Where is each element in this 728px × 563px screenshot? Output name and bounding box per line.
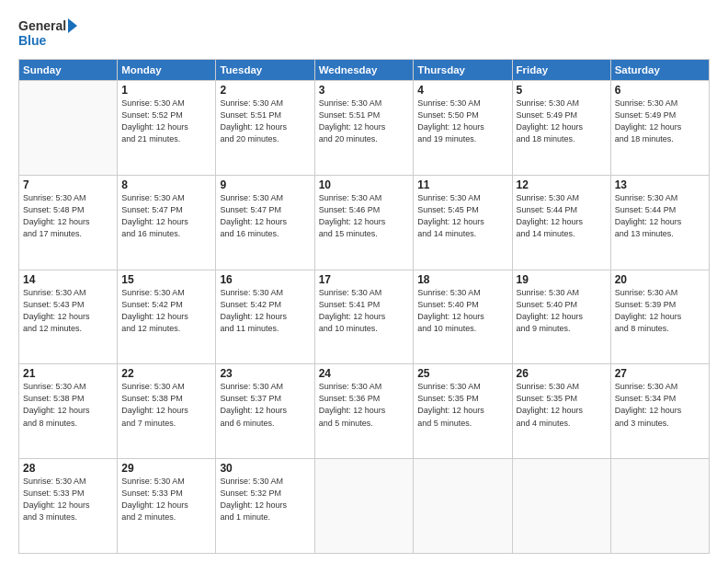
day-number: 20 bbox=[615, 273, 705, 286]
calendar-cell bbox=[414, 459, 512, 554]
calendar-cell: 23Sunrise: 5:30 AM Sunset: 5:37 PM Dayli… bbox=[216, 364, 314, 459]
calendar-week-3: 14Sunrise: 5:30 AM Sunset: 5:43 PM Dayli… bbox=[19, 270, 710, 364]
day-info: Sunrise: 5:30 AM Sunset: 5:41 PM Dayligh… bbox=[319, 287, 410, 335]
day-number: 8 bbox=[121, 178, 211, 191]
day-info: Sunrise: 5:30 AM Sunset: 5:35 PM Dayligh… bbox=[517, 381, 607, 429]
day-number: 1 bbox=[121, 84, 211, 97]
day-number: 5 bbox=[517, 84, 607, 97]
day-info: Sunrise: 5:30 AM Sunset: 5:33 PM Dayligh… bbox=[23, 476, 113, 523]
day-info: Sunrise: 5:30 AM Sunset: 5:49 PM Dayligh… bbox=[517, 98, 607, 145]
calendar-cell: 1Sunrise: 5:30 AM Sunset: 5:52 PM Daylig… bbox=[118, 81, 216, 176]
calendar-header-row: SundayMondayTuesdayWednesdayThursdayFrid… bbox=[19, 60, 710, 81]
day-info: Sunrise: 5:30 AM Sunset: 5:38 PM Dayligh… bbox=[23, 381, 113, 429]
calendar-week-2: 7Sunrise: 5:30 AM Sunset: 5:48 PM Daylig… bbox=[19, 175, 710, 270]
day-info: Sunrise: 5:30 AM Sunset: 5:38 PM Dayligh… bbox=[121, 381, 211, 429]
calendar-cell: 12Sunrise: 5:30 AM Sunset: 5:44 PM Dayli… bbox=[512, 175, 610, 270]
calendar-cell: 17Sunrise: 5:30 AM Sunset: 5:41 PM Dayli… bbox=[314, 270, 414, 364]
day-info: Sunrise: 5:30 AM Sunset: 5:34 PM Dayligh… bbox=[615, 381, 705, 429]
calendar-cell: 2Sunrise: 5:30 AM Sunset: 5:51 PM Daylig… bbox=[216, 81, 314, 176]
calendar-cell: 27Sunrise: 5:30 AM Sunset: 5:34 PM Dayli… bbox=[610, 364, 709, 459]
header-day-saturday: Saturday bbox=[610, 60, 709, 81]
day-info: Sunrise: 5:30 AM Sunset: 5:40 PM Dayligh… bbox=[517, 287, 607, 335]
header-day-thursday: Thursday bbox=[414, 60, 512, 81]
calendar-cell: 14Sunrise: 5:30 AM Sunset: 5:43 PM Dayli… bbox=[19, 270, 118, 364]
day-number: 27 bbox=[615, 367, 705, 380]
header-day-sunday: Sunday bbox=[19, 60, 118, 81]
calendar-cell: 19Sunrise: 5:30 AM Sunset: 5:40 PM Dayli… bbox=[512, 270, 610, 364]
calendar-table: SundayMondayTuesdayWednesdayThursdayFrid… bbox=[18, 59, 710, 554]
calendar-week-5: 28Sunrise: 5:30 AM Sunset: 5:33 PM Dayli… bbox=[19, 459, 710, 554]
calendar-cell: 5Sunrise: 5:30 AM Sunset: 5:49 PM Daylig… bbox=[512, 81, 610, 176]
day-number: 30 bbox=[220, 462, 310, 475]
day-info: Sunrise: 5:30 AM Sunset: 5:51 PM Dayligh… bbox=[220, 98, 310, 145]
day-number: 23 bbox=[220, 367, 310, 380]
day-info: Sunrise: 5:30 AM Sunset: 5:47 PM Dayligh… bbox=[220, 192, 310, 240]
calendar-cell: 30Sunrise: 5:30 AM Sunset: 5:32 PM Dayli… bbox=[216, 459, 314, 554]
day-number: 26 bbox=[517, 367, 607, 380]
day-number: 11 bbox=[417, 178, 507, 191]
calendar-cell bbox=[19, 81, 118, 176]
day-number: 3 bbox=[319, 84, 410, 97]
day-number: 18 bbox=[417, 273, 507, 286]
calendar-cell: 22Sunrise: 5:30 AM Sunset: 5:38 PM Dayli… bbox=[118, 364, 216, 459]
day-info: Sunrise: 5:30 AM Sunset: 5:36 PM Dayligh… bbox=[319, 381, 410, 429]
calendar-cell bbox=[314, 459, 414, 554]
calendar-cell: 10Sunrise: 5:30 AM Sunset: 5:46 PM Dayli… bbox=[314, 175, 414, 270]
day-number: 25 bbox=[417, 367, 507, 380]
day-info: Sunrise: 5:30 AM Sunset: 5:35 PM Dayligh… bbox=[417, 381, 507, 429]
calendar-cell: 20Sunrise: 5:30 AM Sunset: 5:39 PM Dayli… bbox=[610, 270, 709, 364]
day-info: Sunrise: 5:30 AM Sunset: 5:49 PM Dayligh… bbox=[615, 98, 705, 145]
header-day-tuesday: Tuesday bbox=[216, 60, 314, 81]
calendar-cell: 18Sunrise: 5:30 AM Sunset: 5:40 PM Dayli… bbox=[414, 270, 512, 364]
day-info: Sunrise: 5:30 AM Sunset: 5:44 PM Dayligh… bbox=[615, 192, 705, 240]
calendar-cell: 24Sunrise: 5:30 AM Sunset: 5:36 PM Dayli… bbox=[314, 364, 414, 459]
day-info: Sunrise: 5:30 AM Sunset: 5:48 PM Dayligh… bbox=[23, 192, 113, 240]
day-info: Sunrise: 5:30 AM Sunset: 5:42 PM Dayligh… bbox=[121, 287, 211, 335]
day-number: 13 bbox=[615, 178, 705, 191]
day-number: 12 bbox=[517, 178, 607, 191]
day-number: 10 bbox=[319, 178, 410, 191]
day-info: Sunrise: 5:30 AM Sunset: 5:51 PM Dayligh… bbox=[319, 98, 410, 145]
day-info: Sunrise: 5:30 AM Sunset: 5:43 PM Dayligh… bbox=[23, 287, 113, 335]
day-number: 4 bbox=[417, 84, 507, 97]
day-number: 9 bbox=[220, 178, 310, 191]
day-number: 14 bbox=[23, 273, 113, 286]
calendar-cell: 16Sunrise: 5:30 AM Sunset: 5:42 PM Dayli… bbox=[216, 270, 314, 364]
page-header: GeneralBlue bbox=[18, 17, 710, 52]
day-number: 29 bbox=[121, 462, 211, 475]
svg-marker-2 bbox=[68, 18, 77, 33]
calendar-cell: 3Sunrise: 5:30 AM Sunset: 5:51 PM Daylig… bbox=[314, 81, 414, 176]
calendar-cell: 26Sunrise: 5:30 AM Sunset: 5:35 PM Dayli… bbox=[512, 364, 610, 459]
calendar-cell: 29Sunrise: 5:30 AM Sunset: 5:33 PM Dayli… bbox=[118, 459, 216, 554]
calendar-week-4: 21Sunrise: 5:30 AM Sunset: 5:38 PM Dayli… bbox=[19, 364, 710, 459]
day-info: Sunrise: 5:30 AM Sunset: 5:46 PM Dayligh… bbox=[319, 192, 410, 240]
header-day-friday: Friday bbox=[512, 60, 610, 81]
day-number: 17 bbox=[319, 273, 410, 286]
calendar-cell: 11Sunrise: 5:30 AM Sunset: 5:45 PM Dayli… bbox=[414, 175, 512, 270]
calendar-cell: 15Sunrise: 5:30 AM Sunset: 5:42 PM Dayli… bbox=[118, 270, 216, 364]
calendar-cell: 25Sunrise: 5:30 AM Sunset: 5:35 PM Dayli… bbox=[414, 364, 512, 459]
svg-text:Blue: Blue bbox=[18, 33, 47, 48]
day-number: 21 bbox=[23, 367, 113, 380]
header-day-wednesday: Wednesday bbox=[314, 60, 414, 81]
day-number: 6 bbox=[615, 84, 705, 97]
calendar-cell: 28Sunrise: 5:30 AM Sunset: 5:33 PM Dayli… bbox=[19, 459, 118, 554]
day-info: Sunrise: 5:30 AM Sunset: 5:44 PM Dayligh… bbox=[517, 192, 607, 240]
calendar-cell: 4Sunrise: 5:30 AM Sunset: 5:50 PM Daylig… bbox=[414, 81, 512, 176]
logo-svg: GeneralBlue bbox=[18, 17, 83, 52]
day-number: 24 bbox=[319, 367, 410, 380]
day-number: 22 bbox=[121, 367, 211, 380]
calendar-cell bbox=[512, 459, 610, 554]
day-info: Sunrise: 5:30 AM Sunset: 5:47 PM Dayligh… bbox=[121, 192, 211, 240]
svg-text:General: General bbox=[18, 18, 66, 33]
day-info: Sunrise: 5:30 AM Sunset: 5:39 PM Dayligh… bbox=[615, 287, 705, 335]
calendar-week-1: 1Sunrise: 5:30 AM Sunset: 5:52 PM Daylig… bbox=[19, 81, 710, 176]
day-number: 7 bbox=[23, 178, 113, 191]
day-info: Sunrise: 5:30 AM Sunset: 5:50 PM Dayligh… bbox=[417, 98, 507, 145]
day-info: Sunrise: 5:30 AM Sunset: 5:32 PM Dayligh… bbox=[220, 476, 310, 523]
calendar-cell: 7Sunrise: 5:30 AM Sunset: 5:48 PM Daylig… bbox=[19, 175, 118, 270]
day-info: Sunrise: 5:30 AM Sunset: 5:33 PM Dayligh… bbox=[121, 476, 211, 523]
header-day-monday: Monday bbox=[118, 60, 216, 81]
day-info: Sunrise: 5:30 AM Sunset: 5:52 PM Dayligh… bbox=[121, 98, 211, 145]
day-info: Sunrise: 5:30 AM Sunset: 5:45 PM Dayligh… bbox=[417, 192, 507, 240]
